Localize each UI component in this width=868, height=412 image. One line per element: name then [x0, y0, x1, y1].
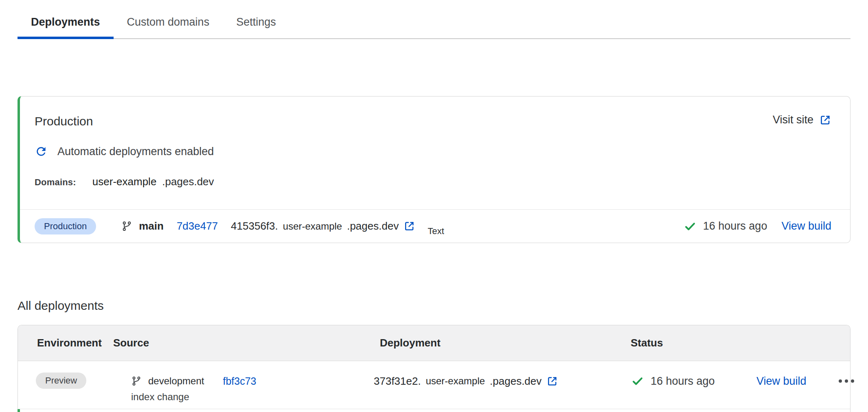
production-card: Production Visit site — [18, 96, 850, 243]
tab-custom-domains[interactable]: Custom domains — [114, 0, 223, 39]
deployment-row: Preview development fbf3c73 — [18, 361, 850, 409]
visit-site-label: Visit site — [773, 114, 813, 126]
branch-icon — [131, 376, 142, 386]
production-deployment-row: Production main 7d3e477 415356f3. user-e… — [20, 209, 850, 243]
deployment-time: 16 hours ago — [651, 375, 715, 388]
domains-label: Domains: — [35, 177, 76, 188]
deployment-url-hash: 415356f3. — [231, 220, 278, 232]
deployment-url-link[interactable]: 373f31e2. user-example .pages.dev — [374, 373, 558, 390]
visit-site-link[interactable]: Visit site — [773, 114, 831, 126]
branch-icon — [121, 221, 132, 232]
branch-name: main — [139, 220, 164, 232]
column-deployment: Deployment — [374, 337, 625, 349]
deployment-url-project: user-example — [283, 221, 342, 232]
external-link-icon — [546, 375, 558, 387]
commit-link[interactable]: fbf3c73 — [223, 375, 256, 387]
column-source: Source — [113, 337, 374, 349]
check-icon — [684, 220, 696, 232]
environment-badge: Production — [35, 218, 96, 234]
commit-note: Text — [427, 226, 444, 237]
source-branch: main — [121, 220, 164, 232]
deployment-url-hash: 373f31e2. — [374, 375, 421, 388]
tab-bar: Deployments Custom domains Settings — [18, 0, 850, 39]
domain-suffix: .pages.dev — [162, 175, 214, 188]
next-row-peek — [18, 409, 850, 412]
deployment-url-suffix: .pages.dev — [490, 375, 541, 388]
external-link-icon — [819, 114, 831, 126]
branch-name: development — [148, 375, 204, 387]
environment-badge: Preview — [36, 373, 86, 389]
overflow-menu-icon[interactable] — [839, 373, 854, 390]
check-icon — [631, 375, 644, 387]
production-card-title: Production — [35, 114, 93, 129]
commit-message: index change — [113, 391, 374, 403]
refresh-icon — [35, 145, 48, 158]
deployment-status: 16 hours ago — [684, 220, 767, 232]
auto-deployments-text: Automatic deployments enabled — [57, 144, 214, 159]
all-deployments-title: All deployments — [18, 298, 850, 313]
deployment-time: 16 hours ago — [703, 220, 767, 232]
deployment-url-project: user-example — [426, 375, 485, 387]
view-build-link[interactable]: View build — [781, 220, 831, 232]
external-link-icon — [403, 220, 415, 232]
column-environment: Environment — [18, 337, 113, 349]
pages-project-screen: Deployments Custom domains Settings Prod… — [0, 0, 868, 412]
column-status: Status — [625, 337, 751, 349]
tab-deployments[interactable]: Deployments — [18, 0, 114, 39]
deployments-table: Environment Source Deployment Status Pre… — [18, 325, 850, 412]
view-build-link[interactable]: View build — [756, 373, 807, 390]
tab-settings[interactable]: Settings — [223, 0, 289, 39]
commit-link[interactable]: 7d3e477 — [177, 220, 218, 232]
deployment-url-suffix: .pages.dev — [347, 220, 399, 232]
deployment-url-link[interactable]: 415356f3. user-example .pages.dev — [231, 220, 415, 232]
domain-name: user-example — [92, 175, 157, 188]
deployment-status: 16 hours ago — [631, 373, 751, 390]
table-header: Environment Source Deployment Status — [18, 325, 850, 361]
